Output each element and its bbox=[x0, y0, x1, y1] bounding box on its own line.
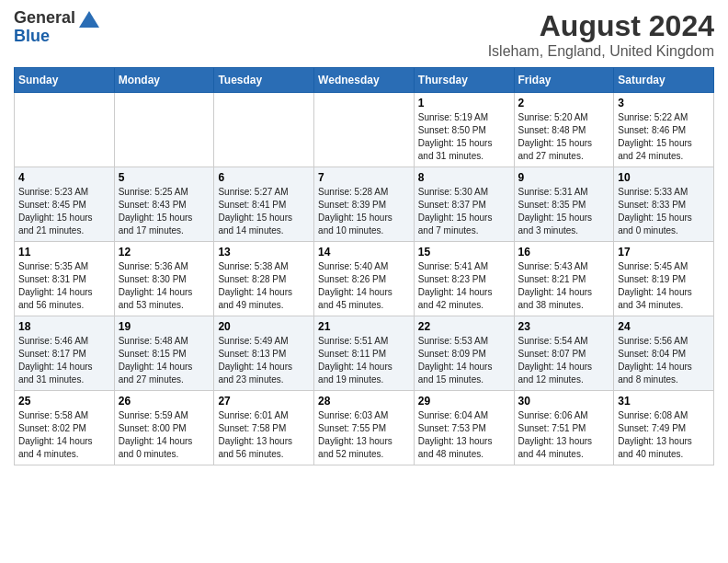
title-area: August 2024 Isleham, England, United Kin… bbox=[488, 9, 714, 60]
calendar-cell bbox=[15, 93, 115, 167]
day-number: 5 bbox=[119, 171, 210, 184]
logo: General Blue bbox=[14, 9, 99, 46]
calendar-cell: 5Sunrise: 5:25 AM Sunset: 8:43 PM Daylig… bbox=[114, 167, 214, 242]
day-number: 19 bbox=[119, 320, 210, 333]
calendar-table: SundayMondayTuesdayWednesdayThursdayFrid… bbox=[14, 67, 714, 465]
calendar-cell: 25Sunrise: 5:58 AM Sunset: 8:02 PM Dayli… bbox=[15, 391, 115, 465]
calendar-cell: 26Sunrise: 5:59 AM Sunset: 8:00 PM Dayli… bbox=[114, 391, 214, 465]
day-info: Sunrise: 5:41 AM Sunset: 8:23 PM Dayligh… bbox=[418, 260, 510, 312]
calendar-cell: 18Sunrise: 5:46 AM Sunset: 8:17 PM Dayli… bbox=[15, 316, 115, 391]
calendar-cell: 28Sunrise: 6:03 AM Sunset: 7:55 PM Dayli… bbox=[314, 391, 415, 465]
day-number: 8 bbox=[418, 171, 510, 184]
calendar-cell bbox=[314, 93, 415, 167]
calendar-cell bbox=[114, 93, 214, 167]
calendar-cell: 22Sunrise: 5:53 AM Sunset: 8:09 PM Dayli… bbox=[414, 316, 514, 391]
calendar-cell: 4Sunrise: 5:23 AM Sunset: 8:45 PM Daylig… bbox=[15, 167, 115, 242]
day-info: Sunrise: 5:54 AM Sunset: 8:07 PM Dayligh… bbox=[518, 335, 610, 386]
day-info: Sunrise: 5:22 AM Sunset: 8:46 PM Dayligh… bbox=[618, 111, 710, 163]
day-info: Sunrise: 5:28 AM Sunset: 8:39 PM Dayligh… bbox=[318, 186, 410, 237]
day-info: Sunrise: 6:03 AM Sunset: 7:55 PM Dayligh… bbox=[318, 409, 410, 461]
day-info: Sunrise: 5:51 AM Sunset: 8:11 PM Dayligh… bbox=[318, 335, 410, 386]
calendar-cell: 23Sunrise: 5:54 AM Sunset: 8:07 PM Dayli… bbox=[514, 316, 614, 391]
day-number: 22 bbox=[418, 320, 510, 333]
day-info: Sunrise: 5:56 AM Sunset: 8:04 PM Dayligh… bbox=[618, 335, 710, 386]
calendar-cell: 27Sunrise: 6:01 AM Sunset: 7:58 PM Dayli… bbox=[214, 391, 314, 465]
svg-marker-0 bbox=[79, 11, 99, 28]
day-info: Sunrise: 6:04 AM Sunset: 7:53 PM Dayligh… bbox=[418, 409, 510, 461]
day-info: Sunrise: 5:53 AM Sunset: 8:09 PM Dayligh… bbox=[418, 335, 510, 386]
day-number: 24 bbox=[618, 320, 710, 333]
day-info: Sunrise: 5:49 AM Sunset: 8:13 PM Dayligh… bbox=[218, 335, 310, 386]
day-info: Sunrise: 6:01 AM Sunset: 7:58 PM Dayligh… bbox=[218, 409, 310, 461]
main-title: August 2024 bbox=[488, 9, 714, 43]
day-number: 18 bbox=[18, 320, 110, 333]
calendar-cell: 19Sunrise: 5:48 AM Sunset: 8:15 PM Dayli… bbox=[114, 316, 214, 391]
calendar-cell bbox=[214, 93, 314, 167]
day-number: 3 bbox=[618, 97, 710, 109]
calendar-body: 1Sunrise: 5:19 AM Sunset: 8:50 PM Daylig… bbox=[15, 93, 714, 465]
calendar-cell: 30Sunrise: 6:06 AM Sunset: 7:51 PM Dayli… bbox=[514, 391, 614, 465]
day-number: 11 bbox=[18, 246, 110, 259]
weekday-header-tuesday: Tuesday bbox=[214, 68, 314, 93]
day-number: 31 bbox=[618, 395, 710, 408]
day-number: 27 bbox=[218, 395, 310, 408]
day-number: 13 bbox=[218, 246, 310, 259]
day-info: Sunrise: 5:45 AM Sunset: 8:19 PM Dayligh… bbox=[618, 260, 710, 312]
day-number: 6 bbox=[218, 171, 310, 184]
weekday-header-row: SundayMondayTuesdayWednesdayThursdayFrid… bbox=[15, 68, 714, 93]
calendar-cell: 9Sunrise: 5:31 AM Sunset: 8:35 PM Daylig… bbox=[514, 167, 614, 242]
calendar-cell: 2Sunrise: 5:20 AM Sunset: 8:48 PM Daylig… bbox=[514, 93, 614, 167]
calendar-header: SundayMondayTuesdayWednesdayThursdayFrid… bbox=[15, 68, 714, 93]
day-number: 15 bbox=[418, 246, 510, 259]
day-info: Sunrise: 6:08 AM Sunset: 7:49 PM Dayligh… bbox=[618, 409, 710, 461]
day-number: 16 bbox=[518, 246, 610, 259]
weekday-header-friday: Friday bbox=[514, 68, 614, 93]
calendar-week-row: 4Sunrise: 5:23 AM Sunset: 8:45 PM Daylig… bbox=[15, 167, 714, 242]
day-info: Sunrise: 5:30 AM Sunset: 8:37 PM Dayligh… bbox=[418, 186, 510, 237]
calendar-cell: 31Sunrise: 6:08 AM Sunset: 7:49 PM Dayli… bbox=[614, 391, 714, 465]
calendar-cell: 15Sunrise: 5:41 AM Sunset: 8:23 PM Dayli… bbox=[414, 242, 514, 316]
day-info: Sunrise: 5:58 AM Sunset: 8:02 PM Dayligh… bbox=[18, 409, 110, 461]
subtitle: Isleham, England, United Kingdom bbox=[488, 43, 714, 60]
calendar-cell: 17Sunrise: 5:45 AM Sunset: 8:19 PM Dayli… bbox=[614, 242, 714, 316]
calendar-cell: 13Sunrise: 5:38 AM Sunset: 8:28 PM Dayli… bbox=[214, 242, 314, 316]
page-header: General Blue August 2024 Isleham, Englan… bbox=[14, 9, 714, 60]
day-number: 20 bbox=[218, 320, 310, 333]
day-info: Sunrise: 5:25 AM Sunset: 8:43 PM Dayligh… bbox=[119, 186, 210, 237]
calendar-cell: 16Sunrise: 5:43 AM Sunset: 8:21 PM Dayli… bbox=[514, 242, 614, 316]
day-number: 12 bbox=[119, 246, 210, 259]
calendar-cell: 10Sunrise: 5:33 AM Sunset: 8:33 PM Dayli… bbox=[614, 167, 714, 242]
day-number: 10 bbox=[618, 171, 710, 184]
calendar-cell: 21Sunrise: 5:51 AM Sunset: 8:11 PM Dayli… bbox=[314, 316, 415, 391]
day-info: Sunrise: 5:38 AM Sunset: 8:28 PM Dayligh… bbox=[218, 260, 310, 312]
day-info: Sunrise: 5:59 AM Sunset: 8:00 PM Dayligh… bbox=[119, 409, 210, 461]
day-info: Sunrise: 5:48 AM Sunset: 8:15 PM Dayligh… bbox=[119, 335, 210, 386]
day-info: Sunrise: 5:36 AM Sunset: 8:30 PM Dayligh… bbox=[119, 260, 210, 312]
day-number: 26 bbox=[119, 395, 210, 408]
day-info: Sunrise: 5:40 AM Sunset: 8:26 PM Dayligh… bbox=[318, 260, 410, 312]
calendar-cell: 24Sunrise: 5:56 AM Sunset: 8:04 PM Dayli… bbox=[614, 316, 714, 391]
calendar-week-row: 18Sunrise: 5:46 AM Sunset: 8:17 PM Dayli… bbox=[15, 316, 714, 391]
logo-icon bbox=[79, 11, 99, 28]
day-info: Sunrise: 5:31 AM Sunset: 8:35 PM Dayligh… bbox=[518, 186, 610, 237]
day-number: 29 bbox=[418, 395, 510, 408]
calendar-cell: 12Sunrise: 5:36 AM Sunset: 8:30 PM Dayli… bbox=[114, 242, 214, 316]
calendar-week-row: 1Sunrise: 5:19 AM Sunset: 8:50 PM Daylig… bbox=[15, 93, 714, 167]
calendar-cell: 8Sunrise: 5:30 AM Sunset: 8:37 PM Daylig… bbox=[414, 167, 514, 242]
calendar-cell: 3Sunrise: 5:22 AM Sunset: 8:46 PM Daylig… bbox=[614, 93, 714, 167]
day-info: Sunrise: 5:43 AM Sunset: 8:21 PM Dayligh… bbox=[518, 260, 610, 312]
weekday-header-sunday: Sunday bbox=[15, 68, 115, 93]
day-number: 28 bbox=[318, 395, 410, 408]
day-number: 30 bbox=[518, 395, 610, 408]
day-info: Sunrise: 5:23 AM Sunset: 8:45 PM Dayligh… bbox=[18, 186, 110, 237]
calendar-cell: 29Sunrise: 6:04 AM Sunset: 7:53 PM Dayli… bbox=[414, 391, 514, 465]
calendar-cell: 7Sunrise: 5:28 AM Sunset: 8:39 PM Daylig… bbox=[314, 167, 415, 242]
day-info: Sunrise: 6:06 AM Sunset: 7:51 PM Dayligh… bbox=[518, 409, 610, 461]
calendar-cell: 1Sunrise: 5:19 AM Sunset: 8:50 PM Daylig… bbox=[414, 93, 514, 167]
day-info: Sunrise: 5:33 AM Sunset: 8:33 PM Dayligh… bbox=[618, 186, 710, 237]
logo-text: General Blue bbox=[14, 9, 75, 46]
weekday-header-monday: Monday bbox=[114, 68, 214, 93]
day-info: Sunrise: 5:27 AM Sunset: 8:41 PM Dayligh… bbox=[218, 186, 310, 237]
day-info: Sunrise: 5:35 AM Sunset: 8:31 PM Dayligh… bbox=[18, 260, 110, 312]
weekday-header-thursday: Thursday bbox=[414, 68, 514, 93]
